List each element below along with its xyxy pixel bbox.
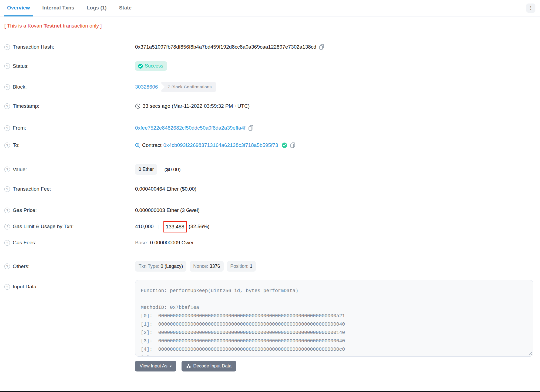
input-data-line: [4]: 00000000000000000000000000000000000… — [141, 345, 528, 354]
help-icon[interactable]: ? — [4, 63, 10, 69]
help-icon[interactable]: ? — [4, 125, 10, 131]
input-data-textarea[interactable]: Function: performUpkeep(uint256 id, byte… — [135, 280, 533, 357]
status-badge: Success — [135, 61, 167, 71]
testnet-warning: [ This is a Kovan Testnet transaction on… — [0, 16, 540, 36]
row-label-text: From: — [13, 125, 26, 131]
transaction-fee-value: 0.000400464 Ether ($0.00) — [135, 186, 196, 192]
help-icon[interactable]: ? — [4, 143, 10, 148]
input-data-line: [3]: 00000000000000000000000000000000000… — [141, 337, 528, 345]
row-gas-fees: ? Gas Fees: Base: 0.000000009 Gwei — [0, 235, 540, 251]
transaction-hash-value: 0x371a51097fb78df856f8b4a7bd459f192d8cc8… — [135, 44, 316, 50]
copy-icon[interactable] — [290, 142, 296, 148]
row-label-text: Value: — [13, 167, 27, 173]
decode-input-data-label: Decode Input Data — [193, 363, 232, 369]
txn-type-badge: Txn Type:0 (Legacy) — [135, 261, 186, 272]
to-address-link[interactable]: 0x4cb093f226983713164a62138c3f718a5b595f… — [163, 142, 278, 148]
kebab-icon: ⋮ — [529, 5, 533, 11]
help-icon[interactable]: ? — [4, 103, 10, 109]
help-icon[interactable]: ? — [4, 263, 10, 269]
timestamp-value: 33 secs ago (Mar-11-2022 03:59:32 PM +UT… — [143, 103, 250, 109]
warning-text-bold: Testnet — [43, 23, 61, 29]
input-data-line: [1]: 00000000000000000000000000000000000… — [141, 320, 528, 329]
tab-overview[interactable]: Overview — [4, 0, 33, 16]
view-input-as-label: View Input As — [140, 363, 167, 369]
nonce-badge: Nonce:3376 — [190, 261, 223, 272]
row-transaction-hash: ? Transaction Hash: 0x371a51097fb78df856… — [0, 38, 540, 56]
row-label-text: Input Data: — [13, 284, 38, 290]
help-icon[interactable]: ? — [4, 284, 10, 290]
row-label-text: Block: — [13, 84, 27, 90]
input-data-line — [141, 295, 528, 303]
row-to: ? To: Contract 0x4cb093f226983713164a621… — [0, 137, 540, 154]
warning-text-pre: [ This is a Kovan — [4, 23, 43, 29]
row-gas-price: ? Gas Price: 0.000000003 Ether (3 Gwei) — [0, 202, 540, 218]
row-from: ? From: 0xfee7522e8482682cf50ddc50a0f8da… — [0, 119, 540, 137]
row-label-text: Gas Limit & Usage by Txn: — [13, 224, 74, 229]
warning-text-post: transaction only ] — [62, 23, 102, 29]
clock-icon — [135, 103, 140, 109]
decode-icon — [186, 364, 191, 369]
tab-bar: Overview Internal Txns Logs (1) State ⋮ — [0, 0, 540, 16]
gas-fees-base-value: 0.000000009 Gwei — [150, 240, 193, 246]
row-status: ? Status: Success — [0, 56, 540, 76]
tab-logs[interactable]: Logs (1) — [84, 0, 109, 16]
bottom-spacer — [0, 382, 540, 388]
row-label-text: Gas Price: — [13, 207, 37, 213]
position-badge: Position:1 — [227, 261, 256, 272]
chevron-down-icon: ▾ — [170, 364, 172, 368]
decode-input-data-button[interactable]: Decode Input Data — [182, 361, 236, 371]
verified-check-icon — [281, 142, 287, 148]
contract-prefix: Contract — [142, 142, 162, 148]
input-data-line: [5]: 00000000000000000000000000000000000… — [141, 354, 528, 357]
status-text: Success — [145, 63, 163, 69]
row-timestamp: ? Timestamp: 33 secs ago (Mar-11-2022 03… — [0, 97, 540, 115]
zoom-in-icon[interactable] — [135, 143, 140, 148]
help-icon[interactable]: ? — [4, 84, 10, 90]
row-label-text: Timestamp: — [13, 103, 39, 109]
gas-used-annotation-box: 133,488 — [163, 221, 187, 232]
check-circle-icon — [138, 63, 143, 69]
value-fiat: ($0.00) — [164, 167, 180, 173]
help-icon[interactable]: ? — [4, 224, 10, 229]
row-gas-limit-usage: ? Gas Limit & Usage by Txn: 410,000 | 13… — [0, 218, 540, 235]
input-data-line: [0]: 00000000000000000000000000000000000… — [141, 312, 528, 320]
input-data-line: [2]: 00000000000000000000000000000000000… — [141, 329, 528, 337]
copy-icon[interactable] — [319, 44, 324, 50]
row-label-text: Transaction Hash: — [13, 44, 54, 50]
block-confirmations-badge: 7 Block Confirmations — [161, 82, 216, 92]
row-transaction-fee: ? Transaction Fee: 0.000400464 Ether ($0… — [0, 180, 540, 198]
help-icon[interactable]: ? — [4, 167, 10, 172]
help-icon[interactable]: ? — [4, 186, 10, 192]
row-value: ? Value: 0 Ether ($0.00) — [0, 158, 540, 180]
row-label-text: Others: — [13, 263, 29, 269]
row-others: ? Others: Txn Type:0 (Legacy) Nonce:3376… — [0, 255, 540, 277]
tab-state[interactable]: State — [116, 0, 134, 16]
tab-internal-txns[interactable]: Internal Txns — [40, 0, 77, 16]
row-label-text: Status: — [13, 63, 29, 69]
help-icon[interactable]: ? — [4, 208, 10, 213]
gas-used-percent: (32.56%) — [189, 224, 209, 229]
help-icon[interactable]: ? — [4, 44, 10, 50]
block-number-link[interactable]: 30328606 — [135, 84, 158, 90]
gas-limit-value: 410,000 — [135, 224, 154, 229]
row-input-data: ? Input Data: Function: performUpkeep(ui… — [0, 277, 540, 377]
more-options-button[interactable]: ⋮ — [526, 4, 535, 13]
gas-fees-base-label: Base: — [135, 240, 148, 246]
help-icon[interactable]: ? — [4, 240, 10, 246]
from-address-link[interactable]: 0xfee7522e8482682cf50ddc50a0f8da2a39effa… — [135, 125, 246, 131]
gas-price-value: 0.000000003 Ether (3 Gwei) — [135, 207, 200, 213]
copy-icon[interactable] — [248, 125, 254, 131]
input-data-line: MethodID: 0x7bbaf1ea — [141, 303, 528, 312]
row-label-text: Transaction Fee: — [13, 186, 51, 192]
value-badge: 0 Ether — [135, 164, 157, 175]
input-data-line: Function: performUpkeep(uint256 id, byte… — [141, 287, 528, 295]
bottom-edge-bar — [0, 391, 540, 392]
row-label-text: Gas Fees: — [13, 240, 36, 246]
gas-separator: | — [157, 224, 159, 229]
view-input-as-button[interactable]: View Input As ▾ — [135, 361, 176, 371]
gas-used-value: 133,488 — [166, 224, 185, 229]
row-block: ? Block: 30328606 7 Block Confirmations — [0, 76, 540, 97]
row-label-text: To: — [13, 142, 19, 148]
